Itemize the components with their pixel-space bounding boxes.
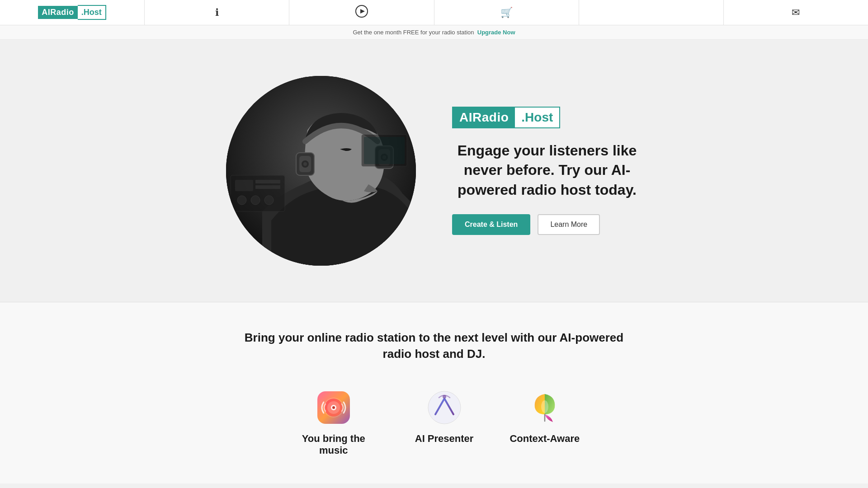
- logo-ai-text: AIRadio: [38, 6, 78, 19]
- svg-point-20: [264, 196, 274, 205]
- hero-image-circle: [226, 76, 416, 266]
- svg-rect-17: [255, 185, 280, 189]
- hero-image-container: [226, 76, 416, 266]
- navbar-info-section[interactable]: ℹ: [145, 0, 289, 25]
- hero-logo-host: .Host: [515, 108, 559, 127]
- navbar-email-section[interactable]: ✉: [724, 0, 868, 25]
- upgrade-link[interactable]: Upgrade Now: [477, 29, 515, 36]
- feature-item-presenter: AI Presenter: [415, 389, 474, 456]
- svg-marker-1: [360, 9, 365, 14]
- svg-point-28: [332, 406, 335, 409]
- svg-point-32: [541, 400, 548, 413]
- feature-label-music: You bring the music: [288, 433, 379, 456]
- hero-section: AIRadio .Host Engage your listeners like…: [0, 40, 868, 302]
- hero-logo-ai: AIRadio: [453, 108, 515, 127]
- announcement-text: Get the one month FREE for your radio st…: [353, 29, 474, 36]
- hero-logo-badge: AIRadio .Host: [452, 107, 560, 128]
- logo-host-text: .Host: [78, 5, 106, 20]
- info-icon[interactable]: ℹ: [215, 7, 219, 19]
- svg-rect-16: [255, 180, 280, 183]
- features-grid: You bring the music: [18, 389, 850, 465]
- features-heading: Bring your online radio station to the n…: [231, 329, 637, 362]
- svg-point-18: [237, 196, 246, 205]
- navbar-play-section[interactable]: [289, 0, 434, 25]
- feature-label-presenter: AI Presenter: [415, 433, 474, 445]
- navbar-spacer-section: [579, 0, 724, 25]
- feature-label-context: Context-Aware: [509, 433, 580, 445]
- hero-buttons: Create & Listen Learn More: [452, 214, 642, 235]
- ai-presenter-icon: [426, 389, 462, 426]
- svg-point-19: [251, 196, 260, 205]
- announcement-bar: Get the one month FREE for your radio st…: [0, 25, 868, 40]
- navbar: AIRadio .Host ℹ 🛒 ✉: [0, 0, 868, 25]
- create-listen-button[interactable]: Create & Listen: [452, 214, 530, 235]
- navbar-logo-section: AIRadio .Host: [0, 0, 145, 25]
- svg-rect-22: [364, 137, 405, 164]
- context-aware-icon: [527, 389, 563, 426]
- email-icon[interactable]: ✉: [792, 7, 800, 19]
- music-icon: [316, 389, 352, 426]
- feature-item-context: Context-Aware: [509, 389, 580, 456]
- features-section: Bring your online radio station to the n…: [0, 302, 868, 483]
- hero-heading: Engage your listeners like never before.…: [452, 141, 642, 200]
- cart-icon[interactable]: 🛒: [500, 7, 513, 19]
- navbar-cart-section[interactable]: 🛒: [434, 0, 579, 25]
- feature-item-music: You bring the music: [288, 389, 379, 456]
- hero-portrait-svg: [226, 76, 416, 266]
- play-icon[interactable]: [355, 5, 368, 20]
- svg-rect-15: [235, 180, 253, 191]
- learn-more-button[interactable]: Learn More: [538, 214, 600, 235]
- logo-link[interactable]: AIRadio .Host: [38, 5, 106, 20]
- hero-content: AIRadio .Host Engage your listeners like…: [452, 107, 642, 235]
- svg-point-9: [303, 162, 307, 166]
